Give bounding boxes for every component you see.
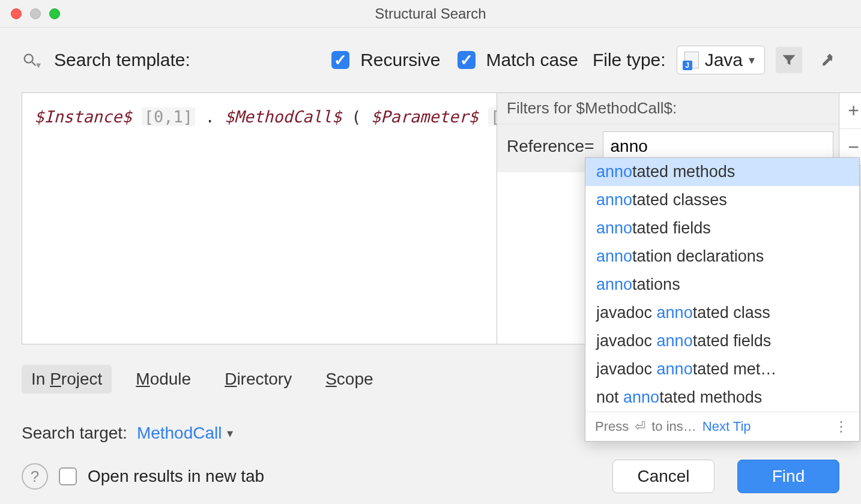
token-open-paren: ( <box>351 107 361 126</box>
popup-footer-mid: to ins… <box>651 419 696 434</box>
token-instance-count: [0,1] <box>142 107 195 126</box>
svg-line-1 <box>32 62 36 66</box>
file-type-label: File type: <box>593 50 666 70</box>
enter-icon: ⏎ <box>635 419 645 434</box>
token-parameter: $Parameter$ <box>371 107 479 126</box>
autocomplete-item[interactable]: annotations <box>585 271 859 299</box>
chevron-down-icon: ▾ <box>227 426 233 440</box>
open-new-tab-label: Open results in new tab <box>88 467 264 486</box>
scope-option[interactable]: In Project <box>22 365 112 394</box>
popup-footer: Press ⏎ to ins… Next Tip ⋮ <box>585 412 859 441</box>
add-filter-button[interactable]: + <box>839 93 861 129</box>
match-case-checkbox[interactable]: ✓ <box>458 51 476 69</box>
filter-add-remove-buttons: + − <box>839 92 861 166</box>
token-instance: $Instance$ <box>34 107 132 126</box>
cancel-button[interactable]: Cancel <box>612 460 714 493</box>
bottom-row: ? Open results in new tab Cancel Find <box>22 460 839 493</box>
token-parameter-count: [0,∞] <box>488 107 497 126</box>
help-button[interactable]: ? <box>22 463 48 490</box>
autocomplete-item[interactable]: annotated methods <box>585 158 859 186</box>
open-new-tab-checkbox[interactable] <box>59 467 77 485</box>
chevron-down-icon: ▾ <box>749 53 755 67</box>
java-file-icon: J <box>684 52 699 68</box>
reference-label: Reference= <box>507 137 594 156</box>
token-methodcall: $MethodCall$ <box>225 107 342 126</box>
file-type-select[interactable]: J Java ▾ <box>677 46 765 74</box>
settings-button[interactable] <box>813 47 839 73</box>
popup-next-tip[interactable]: Next Tip <box>702 419 751 434</box>
autocomplete-item[interactable]: annotated fields <box>585 214 859 242</box>
autocomplete-item[interactable]: javadoc annotated met… <box>585 355 859 383</box>
match-case-label: Match case <box>486 50 578 70</box>
scope-option[interactable]: Directory <box>215 365 301 394</box>
autocomplete-item[interactable]: not annotated methods <box>585 383 859 412</box>
autocomplete-item[interactable]: annotation declarations <box>585 242 859 271</box>
more-icon[interactable]: ⋮ <box>834 418 850 435</box>
template-editor[interactable]: $Instance$ [0,1] . $MethodCall$ ( $Param… <box>22 93 497 344</box>
file-type-value: Java <box>705 50 743 70</box>
titlebar: Structural Search <box>0 0 861 28</box>
scope-option[interactable]: Module <box>126 365 201 394</box>
search-target-value: MethodCall <box>137 424 222 443</box>
filter-button[interactable] <box>776 47 802 73</box>
autocomplete-item[interactable]: annotated classes <box>585 186 859 214</box>
recursive-label: Recursive <box>360 50 440 70</box>
autocomplete-item[interactable]: javadoc annotated class <box>585 299 859 327</box>
popup-footer-press: Press <box>595 419 629 434</box>
header-row: ▾ Search template: ✓ Recursive ✓ Match c… <box>22 46 839 74</box>
search-icon: ▾ <box>22 52 43 68</box>
search-template-label: Search template: <box>54 50 190 70</box>
find-button[interactable]: Find <box>737 460 839 493</box>
scope-option[interactable]: Scope <box>316 365 382 394</box>
search-target-select[interactable]: MethodCall ▾ <box>137 424 233 443</box>
filters-header: Filters for $MethodCall$: <box>497 93 839 124</box>
token-dot: . <box>205 107 214 126</box>
svg-point-0 <box>25 55 33 63</box>
autocomplete-popup: annotated methodsannotated classesannota… <box>585 157 860 442</box>
window-title: Structural Search <box>0 5 861 22</box>
search-target-label: Search target: <box>22 424 127 443</box>
recursive-checkbox[interactable]: ✓ <box>331 51 349 69</box>
autocomplete-item[interactable]: javadoc annotated fields <box>585 327 859 355</box>
